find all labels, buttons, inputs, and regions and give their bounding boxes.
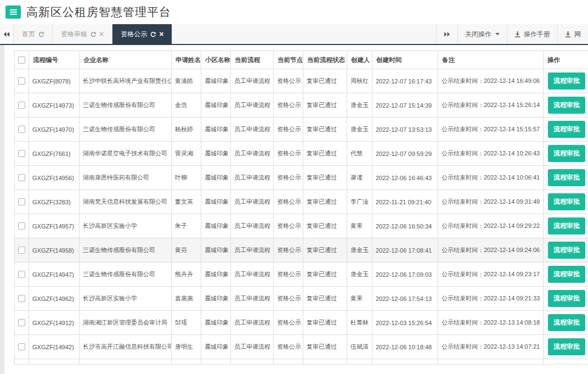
refresh-icon[interactable] bbox=[91, 32, 96, 37]
cell-remark: 公示结束时间：2022-12-14 15:26:14 bbox=[438, 93, 544, 118]
cell-applicant-name: 黄芬 bbox=[172, 238, 201, 263]
download-icon bbox=[514, 31, 521, 37]
cell-remark: 公示结束时间：2022-12-14 09:23:17 bbox=[438, 263, 544, 287]
row-select-cell bbox=[15, 166, 29, 190]
select-all-checkbox[interactable] bbox=[18, 57, 25, 64]
row-checkbox[interactable] bbox=[18, 319, 25, 326]
cell-current-process: 员工申请流程 bbox=[231, 93, 274, 118]
cell-company-name: 三诺生物传感股份有限公司 bbox=[80, 118, 172, 142]
forward-icon bbox=[444, 31, 450, 37]
row-checkbox[interactable] bbox=[18, 150, 25, 157]
cell-remark: 公示结束时间：2022-12-13 14:08:18 bbox=[438, 311, 544, 335]
cell-process-status: 复审已通过 bbox=[303, 263, 347, 287]
process-approval-button[interactable]: 流程审批 bbox=[548, 121, 585, 138]
refresh-icon[interactable] bbox=[38, 32, 44, 37]
refresh-icon[interactable] bbox=[150, 32, 156, 37]
cell-current-node: 资格公示 bbox=[274, 93, 303, 118]
row-checkbox[interactable] bbox=[18, 198, 25, 205]
cell-created-time: 2022-12-07 09:59:29 bbox=[372, 142, 438, 166]
process-approval-button[interactable]: 流程审批 bbox=[548, 338, 585, 355]
download-manual-button[interactable]: 操作手册 bbox=[507, 24, 557, 44]
cell-action: 流程审批 bbox=[544, 238, 588, 263]
process-approval-button[interactable]: 流程审批 bbox=[548, 266, 585, 283]
process-approval-button[interactable]: 流程审批 bbox=[548, 193, 585, 210]
download-manual-label: 操作手册 bbox=[524, 30, 550, 39]
caret-down-icon bbox=[495, 33, 500, 35]
cell-creator: 唐金玉 bbox=[347, 263, 372, 287]
process-approval-button[interactable]: 流程审批 bbox=[548, 314, 585, 331]
row-checkbox[interactable] bbox=[18, 126, 25, 133]
tab-item[interactable]: 首页 bbox=[14, 24, 53, 44]
cell-company-name: 三诺生物传感股份有限公司 bbox=[80, 238, 172, 263]
cell-created-time: 2022-12-07 16:17:43 bbox=[372, 69, 438, 93]
cell-company-name: 湖南康恩特医药有限公司 bbox=[80, 166, 172, 190]
app-root: 高新区公租房智慧管理平台 首页资格审核×资格公示× 关闭操作 操作手册 网 bbox=[0, 0, 588, 374]
column-header: 企业名称 bbox=[80, 51, 172, 69]
cell-applicant-name: 唐明生 bbox=[172, 335, 201, 359]
process-approval-button[interactable]: 流程审批 bbox=[548, 72, 585, 90]
row-checkbox[interactable] bbox=[18, 295, 25, 302]
process-approval-button[interactable]: 流程审批 bbox=[548, 217, 585, 235]
cell-company-name: 湖南湘江新区管理委员会审计局 bbox=[80, 311, 172, 335]
process-approval-button[interactable]: 流程审批 bbox=[548, 145, 585, 162]
cell-applicant-name: 金浩 bbox=[172, 93, 201, 118]
close-icon[interactable]: × bbox=[159, 30, 163, 38]
process-approval-button[interactable]: 流程审批 bbox=[548, 242, 585, 259]
download-icon bbox=[565, 31, 571, 37]
row-select-cell bbox=[15, 335, 29, 359]
row-checkbox[interactable] bbox=[18, 222, 25, 230]
tabs-scroll-right-button[interactable] bbox=[436, 24, 457, 44]
download-network-button[interactable]: 网 bbox=[557, 24, 588, 44]
process-approval-button[interactable]: 流程审批 bbox=[548, 97, 585, 114]
row-checkbox[interactable] bbox=[18, 174, 25, 181]
cell-remark: 公示结束时间：2022-12-14 09:21:33 bbox=[438, 287, 544, 311]
close-icon[interactable]: × bbox=[99, 30, 104, 38]
cell-community-name: 麓城印象 bbox=[201, 118, 231, 142]
row-checkbox[interactable] bbox=[18, 271, 25, 278]
row-checkbox[interactable] bbox=[18, 247, 25, 254]
tab-list: 首页资格审核×资格公示× bbox=[14, 24, 172, 44]
hamburger-icon bbox=[10, 9, 17, 10]
cell-community-name: 麓城印象 bbox=[201, 287, 231, 311]
cell-action: 流程审批 bbox=[544, 335, 588, 359]
cell-created-time: 2022-12-03 15:26:54 bbox=[372, 311, 438, 335]
cell-community-name: 麓城印象 bbox=[201, 166, 231, 190]
table-row: GXGZF(14942) 长沙市高开江融信息科技有限公司 唐明生 麓城印象 员工… bbox=[15, 335, 588, 359]
column-header: 流程编号 bbox=[29, 51, 80, 69]
tab-item[interactable]: 资格公示× bbox=[112, 24, 172, 44]
row-checkbox[interactable] bbox=[18, 77, 25, 85]
tabs-scroll-left-button[interactable] bbox=[0, 24, 14, 44]
table-row bbox=[15, 359, 588, 365]
cell-process-status: 复审已通过 bbox=[303, 214, 347, 238]
cell-created-time: 2022-12-06 17:08:41 bbox=[372, 238, 438, 263]
process-approval-button[interactable]: 流程审批 bbox=[548, 169, 585, 186]
cell-creator: 代慧 bbox=[347, 142, 372, 166]
row-checkbox[interactable] bbox=[18, 102, 25, 109]
cell-process-id: GXGZF(7661) bbox=[29, 142, 80, 166]
cell-process-status: 复审已通过 bbox=[303, 69, 347, 93]
select-all-header bbox=[15, 51, 29, 69]
cell-process-status: 复审已通过 bbox=[303, 142, 347, 166]
cell-creator: 周秋红 bbox=[347, 69, 372, 93]
tab-item[interactable]: 资格审核× bbox=[53, 24, 112, 44]
cell-created-time: 2022-12-07 15:14:39 bbox=[372, 93, 438, 118]
table-row: GXGZF(8078) 长沙中联长高环境产业有限责任公司 黄浦皓 麓城印象 员工… bbox=[15, 69, 588, 93]
backward-icon bbox=[3, 31, 10, 37]
column-header: 当前节点 bbox=[274, 51, 303, 69]
cell-company-name: 三诺生物传感股份有限公司 bbox=[80, 93, 172, 118]
menu-toggle-button[interactable] bbox=[5, 5, 21, 19]
cell-action: 流程审批 bbox=[544, 214, 588, 238]
download-network-label: 网 bbox=[574, 30, 581, 39]
row-checkbox[interactable] bbox=[18, 343, 25, 350]
process-approval-button[interactable]: 流程审批 bbox=[548, 290, 585, 307]
cell-process-status: 复审已通过 bbox=[303, 166, 347, 190]
cell-company-name: 长沙市高开江融信息科技有限公司 bbox=[80, 335, 172, 359]
cell-process-id: GXGZF(14973) bbox=[29, 93, 80, 118]
cell-applicant-name: 董文英 bbox=[172, 190, 201, 214]
column-header: 当前流程状态 bbox=[303, 51, 347, 69]
cell-remark: 公示结束时间：2022-12-14 10:26:43 bbox=[438, 142, 544, 166]
cell-remark: 公示结束时间：2022-12-14 09:31:49 bbox=[438, 190, 544, 214]
cell-process-id: GXGZF(14942) bbox=[29, 335, 80, 359]
tab-label: 资格公示 bbox=[121, 30, 147, 39]
close-operations-dropdown[interactable]: 关闭操作 bbox=[457, 24, 507, 44]
